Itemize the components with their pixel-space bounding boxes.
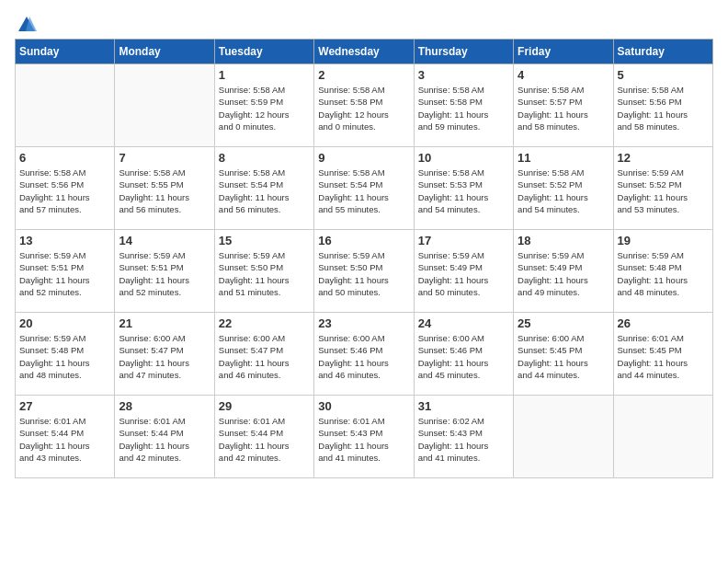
day-number: 24	[418, 316, 509, 330]
calendar-cell: 25Sunrise: 6:00 AM Sunset: 5:45 PM Dayli…	[514, 313, 613, 396]
day-number: 31	[418, 399, 509, 413]
day-number: 25	[518, 316, 609, 330]
day-number: 27	[19, 399, 110, 413]
calendar-body: 1Sunrise: 5:58 AM Sunset: 5:59 PM Daylig…	[16, 64, 713, 478]
day-number: 5	[618, 68, 709, 82]
calendar-cell	[115, 64, 214, 147]
calendar-cell: 2Sunrise: 5:58 AM Sunset: 5:58 PM Daylig…	[314, 64, 414, 147]
calendar-cell: 19Sunrise: 5:59 AM Sunset: 5:48 PM Dayli…	[613, 230, 712, 313]
calendar-cell	[16, 64, 115, 147]
calendar-cell: 20Sunrise: 5:59 AM Sunset: 5:48 PM Dayli…	[16, 313, 115, 396]
calendar-week-row: 1Sunrise: 5:58 AM Sunset: 5:59 PM Daylig…	[16, 64, 713, 147]
page-header	[15, 15, 713, 31]
cell-info: Sunrise: 6:00 AM Sunset: 5:46 PM Dayligh…	[418, 332, 509, 381]
cell-info: Sunrise: 6:01 AM Sunset: 5:43 PM Dayligh…	[318, 415, 409, 464]
weekday-header-cell: Monday	[115, 40, 214, 64]
cell-info: Sunrise: 6:00 AM Sunset: 5:45 PM Dayligh…	[518, 332, 609, 381]
cell-info: Sunrise: 5:58 AM Sunset: 5:58 PM Dayligh…	[318, 84, 409, 132]
cell-info: Sunrise: 6:01 AM Sunset: 5:44 PM Dayligh…	[119, 415, 210, 464]
calendar-cell	[613, 396, 712, 478]
calendar-cell: 21Sunrise: 6:00 AM Sunset: 5:47 PM Dayli…	[115, 313, 214, 396]
cell-info: Sunrise: 5:58 AM Sunset: 5:54 PM Dayligh…	[219, 167, 310, 215]
calendar-cell: 26Sunrise: 6:01 AM Sunset: 5:45 PM Dayli…	[613, 313, 712, 396]
calendar-cell: 29Sunrise: 6:01 AM Sunset: 5:44 PM Dayli…	[214, 396, 313, 478]
calendar-week-row: 20Sunrise: 5:59 AM Sunset: 5:48 PM Dayli…	[16, 313, 713, 396]
calendar-week-row: 6Sunrise: 5:58 AM Sunset: 5:56 PM Daylig…	[16, 147, 713, 230]
calendar-cell: 4Sunrise: 5:58 AM Sunset: 5:57 PM Daylig…	[514, 64, 613, 147]
day-number: 22	[219, 316, 310, 330]
cell-info: Sunrise: 5:58 AM Sunset: 5:56 PM Dayligh…	[19, 167, 110, 215]
logo	[15, 15, 39, 31]
day-number: 18	[518, 234, 609, 247]
cell-info: Sunrise: 5:59 AM Sunset: 5:50 PM Dayligh…	[219, 249, 310, 298]
weekday-header-cell: Saturday	[613, 40, 712, 64]
calendar-cell: 8Sunrise: 5:58 AM Sunset: 5:54 PM Daylig…	[214, 147, 313, 230]
cell-info: Sunrise: 6:01 AM Sunset: 5:44 PM Dayligh…	[19, 415, 110, 464]
cell-info: Sunrise: 5:59 AM Sunset: 5:51 PM Dayligh…	[19, 249, 110, 298]
cell-info: Sunrise: 5:59 AM Sunset: 5:52 PM Dayligh…	[618, 167, 709, 215]
cell-info: Sunrise: 5:58 AM Sunset: 5:52 PM Dayligh…	[518, 167, 609, 215]
day-number: 1	[219, 68, 310, 82]
cell-info: Sunrise: 5:59 AM Sunset: 5:49 PM Dayligh…	[518, 249, 609, 298]
weekday-header-cell: Tuesday	[214, 40, 313, 64]
cell-info: Sunrise: 5:59 AM Sunset: 5:49 PM Dayligh…	[418, 249, 509, 298]
cell-info: Sunrise: 5:58 AM Sunset: 5:58 PM Dayligh…	[418, 84, 509, 132]
cell-info: Sunrise: 5:58 AM Sunset: 5:59 PM Dayligh…	[219, 84, 310, 132]
day-number: 20	[19, 316, 110, 330]
day-number: 30	[318, 399, 409, 413]
cell-info: Sunrise: 5:59 AM Sunset: 5:48 PM Dayligh…	[19, 332, 110, 381]
weekday-header-cell: Wednesday	[314, 40, 414, 64]
calendar-cell: 1Sunrise: 5:58 AM Sunset: 5:59 PM Daylig…	[214, 64, 313, 147]
calendar-cell: 22Sunrise: 6:00 AM Sunset: 5:47 PM Dayli…	[214, 313, 313, 396]
calendar-cell: 15Sunrise: 5:59 AM Sunset: 5:50 PM Dayli…	[214, 230, 313, 313]
cell-info: Sunrise: 5:58 AM Sunset: 5:54 PM Dayligh…	[318, 167, 409, 215]
day-number: 4	[518, 68, 609, 82]
logo-icon	[17, 15, 37, 35]
day-number: 14	[119, 234, 210, 247]
cell-info: Sunrise: 5:59 AM Sunset: 5:48 PM Dayligh…	[618, 249, 709, 298]
calendar-cell: 30Sunrise: 6:01 AM Sunset: 5:43 PM Dayli…	[314, 396, 414, 478]
calendar-cell: 23Sunrise: 6:00 AM Sunset: 5:46 PM Dayli…	[314, 313, 414, 396]
calendar-week-row: 27Sunrise: 6:01 AM Sunset: 5:44 PM Dayli…	[16, 396, 713, 478]
day-number: 29	[219, 399, 310, 413]
day-number: 23	[318, 316, 409, 330]
cell-info: Sunrise: 5:59 AM Sunset: 5:50 PM Dayligh…	[318, 249, 409, 298]
day-number: 21	[119, 316, 210, 330]
cell-info: Sunrise: 5:58 AM Sunset: 5:57 PM Dayligh…	[518, 84, 609, 132]
cell-info: Sunrise: 6:01 AM Sunset: 5:44 PM Dayligh…	[219, 415, 310, 464]
day-number: 19	[618, 234, 709, 247]
day-number: 15	[219, 234, 310, 247]
day-number: 3	[418, 68, 509, 82]
day-number: 2	[318, 68, 409, 82]
calendar-cell: 18Sunrise: 5:59 AM Sunset: 5:49 PM Dayli…	[514, 230, 613, 313]
cell-info: Sunrise: 6:01 AM Sunset: 5:45 PM Dayligh…	[618, 332, 709, 381]
calendar-cell: 28Sunrise: 6:01 AM Sunset: 5:44 PM Dayli…	[115, 396, 214, 478]
day-number: 8	[219, 151, 310, 165]
weekday-header-cell: Thursday	[414, 40, 513, 64]
weekday-header-cell: Sunday	[16, 40, 115, 64]
day-number: 17	[418, 234, 509, 247]
calendar-cell: 13Sunrise: 5:59 AM Sunset: 5:51 PM Dayli…	[16, 230, 115, 313]
calendar-cell: 7Sunrise: 5:58 AM Sunset: 5:55 PM Daylig…	[115, 147, 214, 230]
calendar-cell: 16Sunrise: 5:59 AM Sunset: 5:50 PM Dayli…	[314, 230, 414, 313]
calendar-week-row: 13Sunrise: 5:59 AM Sunset: 5:51 PM Dayli…	[16, 230, 713, 313]
day-number: 13	[19, 234, 110, 247]
day-number: 7	[119, 151, 210, 165]
calendar-cell: 9Sunrise: 5:58 AM Sunset: 5:54 PM Daylig…	[314, 147, 414, 230]
weekday-header-cell: Friday	[514, 40, 613, 64]
calendar-cell	[514, 396, 613, 478]
cell-info: Sunrise: 5:59 AM Sunset: 5:51 PM Dayligh…	[119, 249, 210, 298]
day-number: 26	[618, 316, 709, 330]
cell-info: Sunrise: 6:00 AM Sunset: 5:47 PM Dayligh…	[119, 332, 210, 381]
day-number: 28	[119, 399, 210, 413]
calendar-cell: 6Sunrise: 5:58 AM Sunset: 5:56 PM Daylig…	[16, 147, 115, 230]
cell-info: Sunrise: 6:00 AM Sunset: 5:46 PM Dayligh…	[318, 332, 409, 381]
cell-info: Sunrise: 6:02 AM Sunset: 5:43 PM Dayligh…	[418, 415, 509, 464]
calendar-cell: 27Sunrise: 6:01 AM Sunset: 5:44 PM Dayli…	[16, 396, 115, 478]
weekday-header-row: SundayMondayTuesdayWednesdayThursdayFrid…	[16, 40, 713, 64]
day-number: 9	[318, 151, 409, 165]
day-number: 11	[518, 151, 609, 165]
day-number: 16	[318, 234, 409, 247]
cell-info: Sunrise: 5:58 AM Sunset: 5:53 PM Dayligh…	[418, 167, 509, 215]
calendar-cell: 31Sunrise: 6:02 AM Sunset: 5:43 PM Dayli…	[414, 396, 513, 478]
